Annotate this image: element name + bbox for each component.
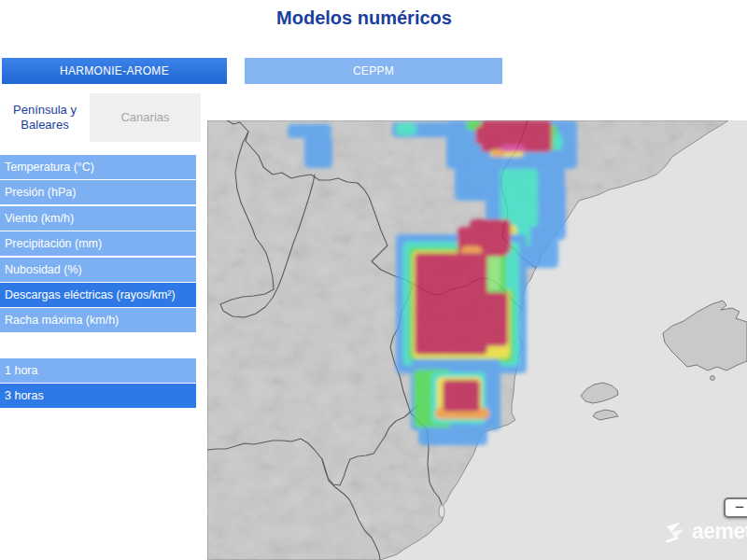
variable-item[interactable]: Racha máxima (km/h)	[0, 308, 196, 332]
map-viewport[interactable]: − aemet	[207, 120, 747, 560]
region-tab-canarias[interactable]: Canarias	[90, 93, 201, 142]
overlay-cell-cyan	[554, 133, 562, 150]
overlay-cell-light_green	[486, 251, 500, 290]
overlay-cell-crimson	[443, 380, 480, 412]
time-step-list: 1 hora3 horas	[0, 358, 196, 408]
island-cabrera	[711, 376, 715, 381]
model-tab-ceppm[interactable]: CEPPM	[245, 58, 502, 84]
variable-item[interactable]: Nubosidad (%)	[0, 258, 196, 282]
overlay-cell-crimson	[431, 292, 508, 346]
overlay-cell-cyan	[396, 123, 416, 135]
overlay-cell-blue	[288, 124, 331, 138]
page-title: Modelos numéricos	[0, 7, 728, 29]
variable-item[interactable]: Presión (hPa)	[0, 180, 196, 204]
variable-item[interactable]: Viento (km/h)	[0, 206, 196, 231]
variable-list: Temperatura (°C)Presión (hPa)Viento (km/…	[0, 155, 196, 332]
overlay-cell-cyan	[500, 169, 538, 227]
overlay-cell-blue	[304, 136, 332, 168]
variable-item[interactable]: Descargas eléctricas (rayos/km²)	[0, 283, 196, 307]
map-zoom-out-button[interactable]: −	[724, 497, 747, 518]
mar-menor-lagoon	[439, 505, 444, 518]
map-canvas	[207, 120, 747, 560]
overlay-cell-orange	[492, 151, 504, 157]
region-tab-peninsula[interactable]: Península y Baleares	[0, 93, 90, 142]
app-window: Modelos numéricos HARMONIE-AROMECEPPM Pe…	[0, 0, 747, 560]
overlay-cell-cyan	[506, 251, 517, 290]
time-step-item[interactable]: 1 hora	[0, 358, 196, 383]
variable-item[interactable]: Temperatura (°C)	[0, 155, 196, 179]
time-step-item[interactable]: 3 horas	[0, 384, 196, 408]
overlay-cell-magenta	[500, 145, 525, 152]
model-tab-harmonie[interactable]: HARMONIE-AROME	[2, 58, 227, 84]
variable-item[interactable]: Precipitación (mm)	[0, 231, 196, 256]
